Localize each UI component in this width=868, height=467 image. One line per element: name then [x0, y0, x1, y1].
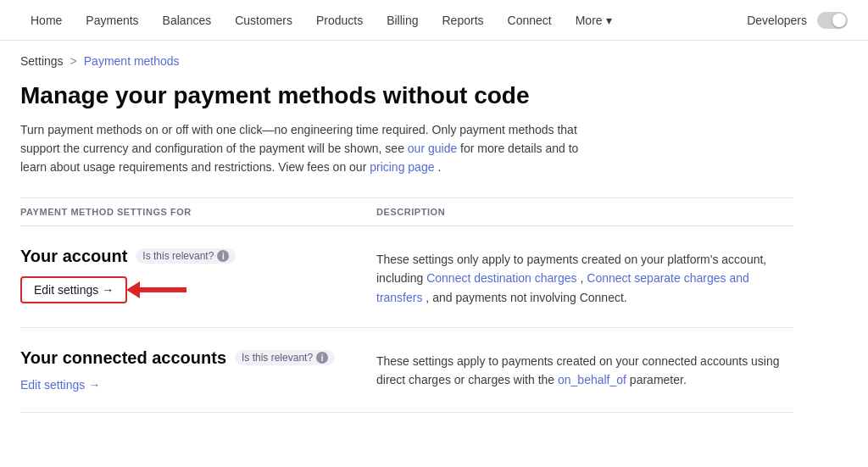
edit-settings-wrapper: Edit settings → [20, 276, 127, 303]
table-row: Your connected accounts Is this relevant… [20, 328, 793, 413]
table-row: Your account Is this relevant? i Edit se… [20, 226, 793, 328]
connected-account-title: Your connected accounts [20, 348, 226, 368]
edit-settings-button[interactable]: Edit settings → [20, 276, 127, 303]
breadcrumb: Settings > Payment methods [0, 41, 868, 75]
breadcrumb-current: Payment methods [84, 54, 180, 68]
nav-item-customers[interactable]: Customers [225, 8, 303, 32]
guide-link[interactable]: our guide [408, 142, 457, 155]
page-title: Manage your payment methods without code [20, 81, 793, 110]
relevant-badge-connected: Is this relevant? i [235, 350, 335, 365]
relevant-label: Is this relevant? [142, 250, 214, 262]
account-title: Your account [20, 247, 127, 266]
info-icon-connected[interactable]: i [316, 352, 328, 364]
top-navigation: Home Payments Balances Customers Product… [0, 0, 868, 41]
row-description-connected-accounts: These settings apply to payments created… [376, 348, 793, 390]
nav-item-payments[interactable]: Payments [75, 8, 148, 32]
relevant-badge: Is this relevant? i [136, 248, 236, 264]
nav-item-balances[interactable]: Balances [153, 8, 222, 32]
relevant-label-connected: Is this relevant? [242, 352, 313, 364]
on-behalf-of-link[interactable]: on_behalf_of [558, 373, 626, 386]
table-header-col2: DESCRIPTION [376, 207, 793, 217]
connect-destination-link[interactable]: Connect destination charges [426, 271, 576, 285]
table-header: PAYMENT METHOD SETTINGS FOR DESCRIPTION [20, 198, 793, 226]
nav-item-home[interactable]: Home [20, 8, 72, 32]
payment-methods-table: PAYMENT METHOD SETTINGS FOR DESCRIPTION … [20, 197, 793, 413]
page-description: Turn payment methods on or off with one … [20, 120, 597, 177]
toggle-knob [832, 14, 846, 27]
arrow-head [126, 281, 140, 298]
theme-toggle[interactable] [817, 12, 848, 29]
account-title-row: Your account Is this relevant? i [20, 247, 342, 266]
chevron-down-icon: ▾ [606, 14, 612, 27]
nav-item-connect[interactable]: Connect [498, 8, 562, 32]
pricing-link[interactable]: pricing page [370, 160, 434, 174]
breadcrumb-settings[interactable]: Settings [20, 54, 64, 68]
account-title-row-connected: Your connected accounts Is this relevant… [20, 348, 342, 368]
nav-right: Developers [747, 12, 848, 29]
main-content: Manage your payment methods without code… [0, 75, 814, 433]
row-left-your-account: Your account Is this relevant? i Edit se… [20, 247, 376, 303]
nav-items: Home Payments Balances Customers Product… [20, 8, 747, 32]
nav-item-billing[interactable]: Billing [376, 8, 428, 32]
nav-item-products[interactable]: Products [306, 8, 373, 32]
nav-item-reports[interactable]: Reports [432, 8, 494, 32]
row-description-your-account: These settings only apply to payments cr… [376, 247, 793, 307]
developers-button[interactable]: Developers [747, 14, 807, 27]
info-icon[interactable]: i [217, 250, 229, 262]
breadcrumb-separator: > [70, 54, 77, 68]
edit-settings-link[interactable]: Edit settings → [20, 378, 100, 392]
arrow-body [140, 287, 186, 292]
red-arrow-annotation [126, 281, 186, 298]
row-left-connected-accounts: Your connected accounts Is this relevant… [20, 348, 376, 392]
table-header-col1: PAYMENT METHOD SETTINGS FOR [20, 207, 376, 217]
nav-item-more[interactable]: More ▾ [565, 8, 622, 32]
